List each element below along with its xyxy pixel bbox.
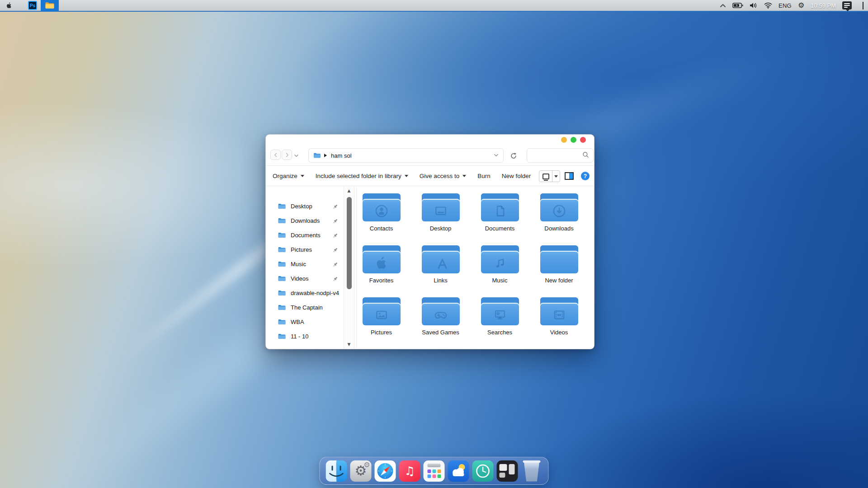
file-explorer-taskbar-icon[interactable] <box>41 0 59 11</box>
sidebar-item-pictures[interactable]: Pictures <box>266 242 344 257</box>
change-view-button[interactable] <box>539 170 552 182</box>
folder-glyph-icon <box>433 307 448 323</box>
caret-down-icon <box>554 175 558 178</box>
command-toolbar: Organize Include selected folder in libr… <box>266 165 594 186</box>
sidebar-item-wba[interactable]: WBA <box>266 314 344 329</box>
window-titlebar[interactable] <box>266 135 594 145</box>
sidebar-item-documents[interactable]: Documents <box>266 228 344 242</box>
dock-icon-trash[interactable] <box>521 460 542 482</box>
burn-button[interactable]: Burn <box>477 173 491 179</box>
sidebar-item-downloads[interactable]: Downloads <box>266 213 344 228</box>
scroll-up-arrow[interactable]: ▲ <box>344 188 354 193</box>
sidebar-item-music[interactable]: Music <box>266 257 344 271</box>
settings-gear-icon[interactable]: ⚙ <box>798 2 804 9</box>
folder-glyph-icon <box>433 255 448 271</box>
file-item-links[interactable]: Links <box>411 245 470 291</box>
file-item-pictures[interactable]: Pictures <box>352 297 411 343</box>
sidebar-item-the-captain[interactable]: The Captain <box>266 300 344 314</box>
music-note-icon: ♫ <box>399 460 420 482</box>
dock-icon-mission-control[interactable] <box>497 460 518 482</box>
give-access-button[interactable]: Give access to <box>420 173 467 179</box>
address-folder-icon <box>313 152 321 159</box>
folder-icon <box>540 193 578 221</box>
folder-icon <box>540 245 578 273</box>
search-input[interactable] <box>531 152 582 159</box>
refresh-button[interactable] <box>509 151 519 161</box>
search-box[interactable] <box>527 148 594 163</box>
file-item-label: New folder <box>545 277 573 284</box>
file-item-music[interactable]: Music <box>470 245 529 291</box>
chevron-up-icon[interactable] <box>720 4 726 8</box>
new-folder-button[interactable]: New folder <box>502 173 531 179</box>
file-explorer-window: ham sol Organize Include selected folder <box>265 134 594 349</box>
language-indicator[interactable]: ENG <box>778 2 792 9</box>
sidebar-item-label: Desktop <box>291 203 312 210</box>
file-item-saved-games[interactable]: Saved Games <box>411 297 470 343</box>
time-machine-clock-icon <box>472 460 494 482</box>
dock-icon-weather[interactable] <box>448 460 469 482</box>
folder-glyph-icon <box>552 255 567 271</box>
sidebar-item-videos[interactable]: Videos <box>266 271 344 286</box>
sidebar-item-label: Videos <box>291 275 309 282</box>
file-item-favorites[interactable]: Favorites <box>352 245 411 291</box>
minimize-button[interactable] <box>561 137 567 143</box>
navigation-row: ham sol <box>266 145 594 165</box>
file-item-videos[interactable]: Videos <box>529 297 589 343</box>
sidebar-item-desktop[interactable]: Desktop <box>266 199 344 213</box>
apple-menu-icon[interactable] <box>0 0 18 11</box>
file-item-label: Desktop <box>430 225 452 232</box>
notification-center-icon[interactable] <box>842 1 852 9</box>
dock-icon-settings[interactable]: ⚙⚙ <box>350 460 372 482</box>
folder-icon <box>481 193 519 221</box>
breadcrumb-arrow-icon[interactable] <box>324 154 327 157</box>
dock-icon-launchpad[interactable] <box>424 460 445 482</box>
change-view-dropdown[interactable] <box>552 170 560 182</box>
preview-pane-button[interactable] <box>565 172 574 180</box>
caret-down-icon <box>301 175 304 177</box>
traffic-lights <box>561 137 586 143</box>
dock-icon-music[interactable]: ♫ <box>399 460 420 482</box>
file-item-searches[interactable]: Searches <box>470 297 529 343</box>
file-item-new-folder[interactable]: New folder <box>529 245 589 291</box>
file-item-contacts[interactable]: Contacts <box>352 193 411 239</box>
sidebar-item-label: Documents <box>291 232 321 239</box>
address-bar[interactable]: ham sol <box>308 148 504 163</box>
caret-down-icon <box>462 175 466 177</box>
close-button[interactable] <box>580 137 586 143</box>
battery-icon[interactable] <box>732 3 743 8</box>
volume-icon[interactable] <box>750 2 758 9</box>
search-icon[interactable] <box>582 151 589 160</box>
file-item-desktop[interactable]: Desktop <box>411 193 470 239</box>
dock-icon-time-machine[interactable] <box>472 460 494 482</box>
include-in-library-button[interactable]: Include selected folder in library <box>316 173 408 179</box>
address-dropdown-icon[interactable] <box>494 151 499 160</box>
sidebar-item-drawable-nodpi-v4[interactable]: drawable-nodpi-v4 <box>266 286 344 300</box>
photoshop-taskbar-icon[interactable]: Ps <box>28 1 37 10</box>
file-list: Contacts Desktop Documents <box>352 193 589 343</box>
dock-icon-finder[interactable] <box>326 460 347 482</box>
trash-bin-icon <box>521 460 542 482</box>
recent-locations-dropdown[interactable] <box>294 152 299 160</box>
pin-icon <box>332 261 338 267</box>
clock-time: 10:59 PM <box>811 2 836 9</box>
forward-button[interactable] <box>282 150 292 160</box>
back-button[interactable] <box>270 150 281 160</box>
file-item-downloads[interactable]: Downloads <box>529 193 589 239</box>
pin-icon <box>332 276 338 282</box>
organize-button[interactable]: Organize <box>273 173 304 179</box>
file-item-label: Favorites <box>369 277 393 284</box>
file-item-label: Videos <box>550 329 568 336</box>
folder-icon <box>278 261 286 267</box>
zoom-button[interactable] <box>571 137 576 143</box>
dock-icon-safari[interactable] <box>375 460 396 482</box>
scrollbar-thumb[interactable] <box>347 197 352 289</box>
sidebar-item-label: 11 - 10 <box>291 333 309 340</box>
sidebar-item-11-10[interactable]: 11 - 10 <box>266 329 344 343</box>
folder-icon <box>278 319 286 325</box>
file-item-label: Music <box>492 277 508 284</box>
file-item-label: Links <box>434 277 447 284</box>
wifi-icon[interactable] <box>764 2 772 9</box>
settings-gears-icon: ⚙⚙ <box>350 460 372 482</box>
help-button[interactable]: ? <box>581 172 590 180</box>
file-item-documents[interactable]: Documents <box>470 193 529 239</box>
